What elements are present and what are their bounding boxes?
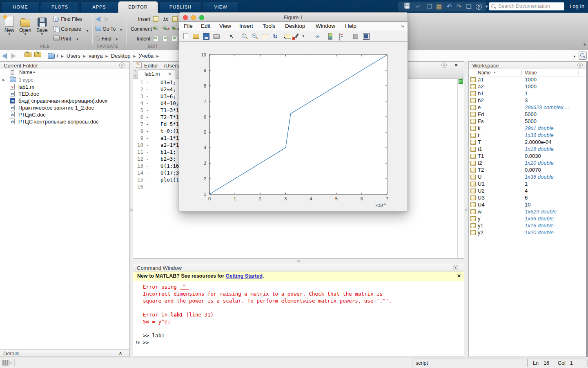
- workspace-row[interactable]: U11: [469, 181, 586, 188]
- tab-plots[interactable]: PLOTS: [41, 1, 79, 13]
- windows-icon[interactable]: ❏: [464, 2, 474, 11]
- find-files-button[interactable]: Find Files: [53, 16, 82, 22]
- find-button[interactable]: Find ▼: [96, 36, 118, 42]
- getting-started-link[interactable]: Getting Started: [225, 273, 262, 279]
- figure-window[interactable]: Figure 1 ↘ FileEditViewInsertToolsDeskto…: [179, 12, 408, 212]
- workspace-row[interactable]: Fd5000: [469, 111, 586, 118]
- open-button[interactable]: Open▼: [17, 15, 34, 36]
- file-item[interactable]: РТЦиС.doc: [0, 111, 129, 118]
- workspace-row[interactable]: a11000: [469, 76, 586, 83]
- comment-icon[interactable]: %: [153, 26, 158, 31]
- figure-menu-view[interactable]: View: [219, 23, 231, 29]
- command-window-output[interactable]: Error using ^ Incorrect dimensions for r…: [133, 281, 464, 357]
- tab-editor[interactable]: EDITOR: [118, 1, 158, 13]
- workspace-row[interactable]: b23: [469, 97, 586, 104]
- fig-link-icon[interactable]: ∞: [314, 33, 321, 40]
- workspace-row[interactable]: w1x629 double: [469, 209, 586, 215]
- file-item[interactable]: РТЦС контрольные вопросы.doc: [0, 118, 129, 125]
- workspace-row[interactable]: T10.0030: [469, 153, 586, 160]
- workspace-row[interactable]: U1x36 double: [469, 174, 586, 181]
- banner-close-icon[interactable]: ✕: [457, 273, 461, 279]
- right-splitter[interactable]: [464, 61, 468, 357]
- collapse-ribbon-icon[interactable]: ▲▔: [581, 43, 588, 49]
- workspace-column-header[interactable]: Name ▲ Value: [469, 69, 586, 76]
- figure-titlebar[interactable]: Figure 1: [179, 12, 408, 22]
- path-segment[interactable]: Учеба: [139, 53, 154, 59]
- command-window-header[interactable]: Command Window: [133, 264, 464, 272]
- editor-menu-icon[interactable]: [441, 63, 447, 68]
- copy-icon[interactable]: ❐: [425, 2, 434, 11]
- figure-menu-insert[interactable]: Insert: [239, 23, 253, 29]
- path-dropdown-icon[interactable]: ▼: [573, 55, 576, 58]
- details-panel-header[interactable]: Details ∧: [0, 349, 129, 357]
- workspace-row[interactable]: y11x16 double: [469, 222, 586, 229]
- code-analyzer-indicator[interactable]: [459, 79, 463, 84]
- fig-brush-dropdown-icon[interactable]: ▼: [302, 33, 308, 40]
- tab-view[interactable]: VIEW: [203, 1, 238, 13]
- search-documentation-input[interactable]: Search Documentation: [489, 2, 564, 11]
- command-window-menu-icon[interactable]: [453, 265, 458, 270]
- path-segment[interactable]: Desktop: [111, 53, 131, 59]
- fig-save-icon[interactable]: [203, 33, 209, 40]
- tab-publish[interactable]: PUBLISH: [159, 1, 202, 13]
- redo-icon[interactable]: ↷: [454, 2, 464, 11]
- save-icon[interactable]: [402, 2, 412, 11]
- fig-legend-icon[interactable]: [339, 33, 340, 40]
- figure-menu-file[interactable]: File: [184, 23, 193, 29]
- fig-datacursor-icon[interactable]: [285, 34, 291, 39]
- status-bars-icon[interactable]: [2, 360, 9, 366]
- workspace-row[interactable]: k29x1 double: [469, 125, 586, 132]
- workspace-row[interactable]: U36: [469, 195, 586, 202]
- figure-menu-edit[interactable]: Edit: [201, 23, 210, 29]
- file-item[interactable]: ▶3 курс: [0, 76, 129, 83]
- workspace-row[interactable]: e29x629 complex ...: [469, 104, 586, 111]
- tab-close-icon[interactable]: ✕: [168, 72, 172, 76]
- workspace-row[interactable]: y1x36 double: [469, 215, 586, 222]
- figure-plot-canvas[interactable]: 0123456712345678910×10-3: [179, 42, 408, 212]
- workspace-menu-icon[interactable]: [577, 63, 583, 68]
- workspace-row[interactable]: T20.0070: [469, 167, 586, 174]
- workspace-row[interactable]: t1x36 double: [469, 132, 586, 139]
- indent-right-icon[interactable]: [163, 36, 168, 41]
- fig-new-icon[interactable]: [183, 33, 188, 39]
- save-button[interactable]: Save▼: [33, 15, 51, 36]
- current-folder-header[interactable]: Current Folder: [0, 62, 129, 69]
- figure-menu-window[interactable]: Window: [316, 23, 335, 29]
- editor-tab-lab1[interactable]: lab1.m ✕: [138, 70, 176, 79]
- browse-folder-icon[interactable]: [34, 51, 41, 59]
- path-back-icon[interactable]: [2, 53, 7, 61]
- cut-icon[interactable]: ✂: [413, 2, 423, 11]
- disclosure-icon[interactable]: ▶: [2, 78, 5, 82]
- insert-extra-icon[interactable]: [172, 16, 178, 22]
- command-prompt[interactable]: fx>>: [135, 339, 149, 346]
- fig-pan-icon[interactable]: [262, 34, 268, 39]
- print-button[interactable]: Print ▼: [53, 36, 79, 42]
- back-button[interactable]: [96, 16, 100, 23]
- workspace-row[interactable]: t11x16 double: [469, 146, 586, 153]
- smart-indent-icon[interactable]: [153, 36, 158, 41]
- file-item[interactable]: lab1.m: [0, 83, 129, 90]
- workspace-row[interactable]: a21000: [469, 83, 586, 90]
- path-search-button[interactable]: [579, 52, 587, 60]
- fig-print-icon[interactable]: [213, 34, 220, 39]
- file-item[interactable]: бжд( справочная информация).docx: [0, 97, 129, 104]
- workspace-row[interactable]: U24: [469, 188, 586, 195]
- fig-open-icon[interactable]: [193, 34, 199, 39]
- current-folder-column-header[interactable]: Name ▲: [0, 69, 129, 76]
- tab-home[interactable]: HOME: [1, 1, 40, 13]
- file-item[interactable]: Практическое занятие 1_2.doc: [0, 104, 129, 111]
- login-button[interactable]: Log In: [570, 3, 584, 9]
- goto-button[interactable]: Go To ▼: [96, 26, 122, 32]
- workspace-row[interactable]: t21x20 double: [469, 160, 586, 167]
- indent-left-icon[interactable]: [172, 36, 177, 41]
- path-segment[interactable]: vanya: [89, 53, 103, 59]
- path-segment[interactable]: Users: [67, 53, 80, 59]
- file-item[interactable]: TED.doc: [0, 90, 129, 97]
- insert-section-icon[interactable]: [153, 16, 158, 22]
- workspace-row[interactable]: T2.0000e-04: [469, 139, 586, 146]
- current-folder-menu-icon[interactable]: [119, 63, 125, 68]
- fig-plottools-off-icon[interactable]: [353, 34, 358, 39]
- workspace-row[interactable]: U410: [469, 202, 586, 209]
- fig-rotate-icon[interactable]: ↻: [272, 33, 278, 40]
- editor-command-splitter[interactable]: [133, 259, 464, 264]
